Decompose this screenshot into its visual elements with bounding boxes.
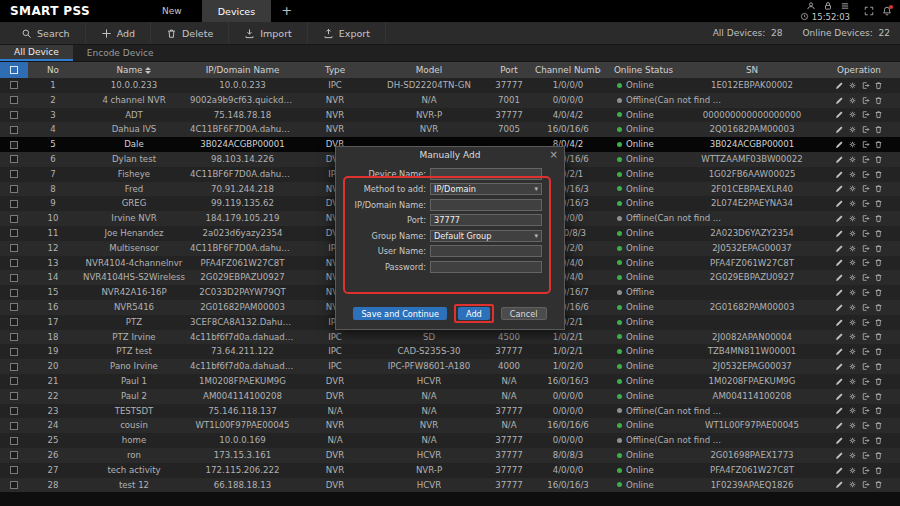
group-select[interactable]: Default Group ▾ xyxy=(430,230,542,242)
gear-icon[interactable] xyxy=(848,110,857,119)
row-checkbox[interactable] xyxy=(10,244,18,252)
table-row[interactable]: 28 test 12 66.188.18.13 DVR HCVR 37777 1… xyxy=(0,478,900,493)
delete-icon[interactable] xyxy=(874,170,883,179)
method-select[interactable]: IP/Domain ▾ xyxy=(430,183,542,195)
row-checkbox[interactable] xyxy=(10,377,18,385)
logout-icon[interactable] xyxy=(861,81,870,90)
row-checkbox[interactable] xyxy=(10,96,18,104)
search-button[interactable]: Search xyxy=(6,22,86,44)
delete-icon[interactable] xyxy=(874,110,883,119)
table-row[interactable]: 20 Pano Irvine 4c11bf6f7d0a.dahuaddns.co… xyxy=(0,359,900,374)
row-checkbox[interactable] xyxy=(10,141,18,149)
delete-icon[interactable] xyxy=(874,347,883,356)
delete-button[interactable]: Delete xyxy=(151,22,229,44)
logout-icon[interactable] xyxy=(861,96,870,105)
gear-icon[interactable] xyxy=(848,184,857,193)
export-button[interactable]: Export xyxy=(308,22,386,44)
gear-icon[interactable] xyxy=(848,362,857,371)
table-row[interactable]: 4 Dahua IVS 4C11BF6F7D0A.dahuaddns.com N… xyxy=(0,122,900,137)
gear-icon[interactable] xyxy=(848,377,857,386)
fullscreen-icon[interactable] xyxy=(864,6,874,16)
edit-icon[interactable] xyxy=(835,229,844,238)
logout-icon[interactable] xyxy=(861,184,870,193)
gear-icon[interactable] xyxy=(848,436,857,445)
edit-icon[interactable] xyxy=(835,347,844,356)
tab-encode-device[interactable]: Encode Device xyxy=(73,45,168,61)
column-header-no[interactable]: No xyxy=(28,62,78,78)
user-name-input[interactable] xyxy=(430,245,542,257)
delete-icon[interactable] xyxy=(874,303,883,312)
delete-icon[interactable] xyxy=(874,466,883,475)
gear-icon[interactable] xyxy=(848,406,857,415)
gear-icon[interactable] xyxy=(848,96,857,105)
row-checkbox[interactable] xyxy=(10,155,18,163)
gear-icon[interactable] xyxy=(848,392,857,401)
delete-icon[interactable] xyxy=(874,362,883,371)
row-checkbox[interactable] xyxy=(10,466,18,474)
row-checkbox[interactable] xyxy=(10,392,18,400)
edit-icon[interactable] xyxy=(835,288,844,297)
logout-icon[interactable] xyxy=(861,110,870,119)
edit-icon[interactable] xyxy=(835,303,844,312)
gear-icon[interactable] xyxy=(848,140,857,149)
row-checkbox[interactable] xyxy=(10,407,18,415)
delete-icon[interactable] xyxy=(874,406,883,415)
delete-icon[interactable] xyxy=(874,244,883,253)
logout-icon[interactable] xyxy=(861,392,870,401)
column-header-status[interactable]: Online Status xyxy=(601,62,686,78)
edit-icon[interactable] xyxy=(835,110,844,119)
column-header-operation[interactable]: Operation xyxy=(818,62,900,78)
row-checkbox[interactable] xyxy=(10,259,18,267)
edit-icon[interactable] xyxy=(835,258,844,267)
gear-icon[interactable] xyxy=(848,155,857,164)
device-name-input[interactable] xyxy=(430,168,542,180)
delete-icon[interactable] xyxy=(874,451,883,460)
edit-icon[interactable] xyxy=(835,170,844,179)
column-header-channel[interactable]: Channel Number xyxy=(535,62,601,78)
user-icon[interactable] xyxy=(806,1,816,11)
delete-icon[interactable] xyxy=(874,229,883,238)
cancel-button[interactable]: Cancel xyxy=(501,307,547,320)
new-tab-button[interactable]: + xyxy=(281,0,292,22)
row-checkbox[interactable] xyxy=(10,229,18,237)
select-all-checkbox[interactable] xyxy=(10,66,18,74)
table-row[interactable]: 19 PTZ test 73.64.211.122 IPC CAD-S235S-… xyxy=(0,344,900,359)
alarm-bell-icon[interactable] xyxy=(882,6,892,16)
row-checkbox[interactable] xyxy=(10,318,18,326)
edit-icon[interactable] xyxy=(835,421,844,430)
logout-icon[interactable] xyxy=(861,229,870,238)
delete-icon[interactable] xyxy=(874,332,883,341)
logout-icon[interactable] xyxy=(861,466,870,475)
logout-icon[interactable] xyxy=(861,377,870,386)
row-checkbox[interactable] xyxy=(10,422,18,430)
row-checkbox[interactable] xyxy=(10,185,18,193)
row-checkbox[interactable] xyxy=(10,170,18,178)
logout-icon[interactable] xyxy=(861,406,870,415)
tab-all-device[interactable]: All Device xyxy=(0,45,73,61)
logout-icon[interactable] xyxy=(861,421,870,430)
row-checkbox[interactable] xyxy=(10,363,18,371)
row-checkbox[interactable] xyxy=(10,215,18,223)
logout-icon[interactable] xyxy=(861,318,870,327)
column-header-type[interactable]: Type xyxy=(295,62,375,78)
column-header-sn[interactable]: SN xyxy=(686,62,818,78)
delete-icon[interactable] xyxy=(874,96,883,105)
column-header-name[interactable]: Name xyxy=(78,62,190,78)
logout-icon[interactable] xyxy=(861,362,870,371)
edit-icon[interactable] xyxy=(835,392,844,401)
table-row[interactable]: 25 home 10.0.0.169 N/A N/A 37777 0/0/0/0… xyxy=(0,433,900,448)
logout-icon[interactable] xyxy=(861,199,870,208)
delete-icon[interactable] xyxy=(874,392,883,401)
column-header-model[interactable]: Model xyxy=(375,62,483,78)
gear-icon[interactable] xyxy=(848,229,857,238)
table-row[interactable]: 3 ADT 75.148.78.18 NVR NVR-P 37777 4/0/4… xyxy=(0,108,900,123)
edit-icon[interactable] xyxy=(835,199,844,208)
logout-icon[interactable] xyxy=(861,258,870,267)
delete-icon[interactable] xyxy=(874,125,883,134)
edit-icon[interactable] xyxy=(835,377,844,386)
logout-icon[interactable] xyxy=(861,155,870,164)
logout-icon[interactable] xyxy=(861,436,870,445)
table-row[interactable]: 18 PTZ Irvine 4c11bf6f7d0a.dahuaddns.com… xyxy=(0,330,900,345)
logout-icon[interactable] xyxy=(861,303,870,312)
port-input[interactable] xyxy=(430,214,542,226)
